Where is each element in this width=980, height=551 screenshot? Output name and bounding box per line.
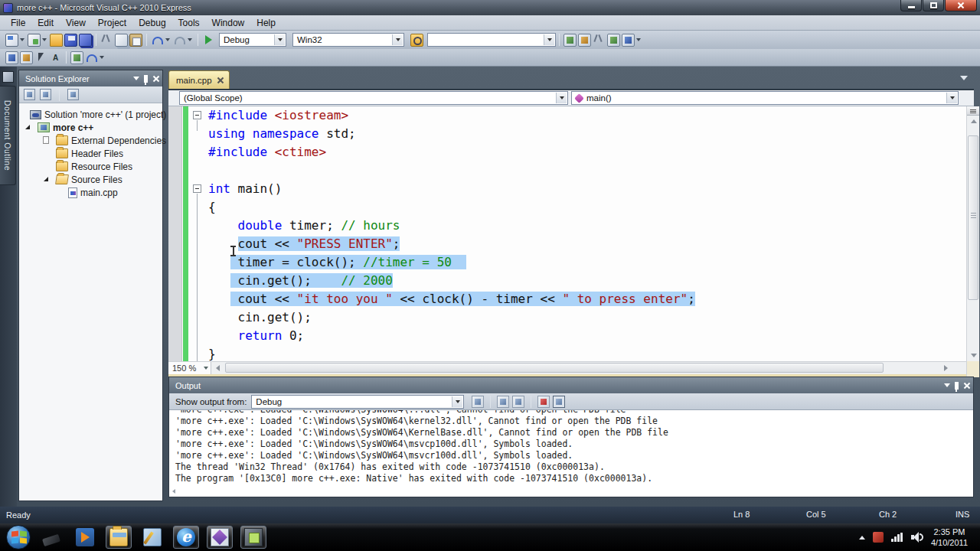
window-position-icon[interactable]	[944, 383, 950, 387]
menu-tools[interactable]: Tools	[172, 16, 206, 30]
open-file-icon[interactable]	[50, 34, 63, 47]
close-icon[interactable]	[152, 75, 159, 82]
pin-icon[interactable]	[955, 382, 959, 390]
network-icon[interactable]	[891, 533, 903, 542]
fold-collapse-icon[interactable]	[193, 184, 201, 193]
properties-icon[interactable]	[24, 89, 35, 100]
start-button[interactable]	[6, 525, 31, 549]
tree-item-source-files[interactable]: Source Files	[19, 173, 162, 186]
show-all-files-icon[interactable]	[40, 89, 51, 100]
close-button[interactable]	[945, 0, 977, 11]
output-header[interactable]: Output	[169, 377, 973, 393]
tray-recording-icon[interactable]	[873, 532, 884, 543]
undo-dropdown-icon[interactable]	[165, 38, 170, 41]
properties-window-icon[interactable]	[622, 34, 635, 47]
menu-view[interactable]: View	[60, 16, 92, 30]
tree-item-more-c[interactable]: more c++	[19, 121, 162, 134]
toggle-word-wrap-icon[interactable]	[553, 396, 565, 408]
solution-configuration-select[interactable]: Debug	[219, 33, 286, 47]
taskbar-app-screen-recorder[interactable]	[240, 526, 266, 549]
goto-next-message-icon[interactable]	[512, 396, 524, 408]
fold-collapse-icon[interactable]	[193, 111, 201, 119]
menu-window[interactable]: Window	[206, 16, 251, 30]
save-icon[interactable]	[64, 34, 77, 47]
chevron-down-icon[interactable]	[556, 93, 567, 103]
tools-icon[interactable]	[593, 34, 606, 47]
toolbar-overflow-icon[interactable]	[636, 38, 641, 41]
taskbar-app-media-player[interactable]	[72, 526, 98, 549]
comment-icon[interactable]	[85, 51, 98, 64]
splitter-handle[interactable]	[967, 106, 979, 116]
taskbar-app-paint[interactable]	[139, 526, 165, 549]
tree-item-header-files[interactable]: Header Files	[19, 147, 162, 160]
scroll-left-icon[interactable]	[216, 365, 220, 371]
taskbar-clock[interactable]: 2:35 PM 4/10/2011	[931, 527, 972, 548]
start-debugging-icon[interactable]	[202, 34, 215, 47]
pin-icon[interactable]	[144, 75, 148, 83]
menu-help[interactable]: Help	[250, 16, 282, 30]
add-item-dropdown-icon[interactable]	[42, 38, 47, 41]
collapse-icon[interactable]	[44, 177, 48, 181]
scroll-right-icon[interactable]	[944, 365, 948, 371]
document-outline-icon[interactable]	[2, 71, 14, 83]
member-list-icon[interactable]	[20, 51, 33, 64]
scrollbar-thumb[interactable]	[225, 363, 884, 373]
output-source-select[interactable]: Debug	[251, 395, 464, 409]
taskbar-app-windows-explorer[interactable]	[106, 526, 132, 549]
undo-icon[interactable]	[151, 34, 164, 47]
navigate-icon[interactable]	[578, 34, 591, 47]
find-symbol-icon[interactable]	[564, 34, 577, 47]
clear-all-icon[interactable]	[537, 396, 550, 408]
new-project-dropdown-icon[interactable]	[20, 38, 24, 41]
chevron-down-icon[interactable]	[946, 93, 957, 103]
taskbar-app-internet-explorer[interactable]	[173, 526, 199, 549]
new-project-icon[interactable]	[5, 34, 18, 47]
fold-gutter[interactable]	[188, 106, 208, 361]
editor-vertical-scrollbar[interactable]	[966, 106, 979, 361]
chevron-down-icon[interactable]	[274, 34, 285, 45]
expand-icon[interactable]	[44, 137, 48, 143]
taskbar-app-visual-studio[interactable]	[207, 526, 233, 549]
copy-icon[interactable]	[115, 34, 128, 47]
collapse-icon[interactable]	[25, 125, 30, 129]
output-console[interactable]: 'more c++.exe': Loaded 'C:\Windows\SysWO…	[169, 410, 973, 497]
find-in-files-icon[interactable]	[410, 34, 423, 47]
chevron-down-icon[interactable]	[452, 396, 462, 407]
cut-icon[interactable]	[100, 34, 113, 47]
show-hidden-icons-icon[interactable]	[859, 536, 865, 540]
redo-dropdown-icon[interactable]	[188, 38, 192, 41]
breakpoint-margin[interactable]	[168, 106, 182, 361]
solution-platform-select[interactable]: Win32	[292, 33, 404, 47]
scroll-up-icon[interactable]	[967, 116, 979, 126]
find-combo-input[interactable]	[427, 33, 556, 47]
tree-item-external-dependencies[interactable]: External Dependencies	[19, 134, 162, 147]
maximize-button[interactable]	[923, 0, 944, 11]
scope-dropdown[interactable]: (Global Scope)	[179, 91, 568, 105]
menu-debug[interactable]: Debug	[132, 16, 172, 30]
tree-item-main-cpp[interactable]: main.cpp	[19, 186, 162, 199]
tree-item-resource-files[interactable]: Resource Files	[19, 160, 162, 173]
tab-main-cpp[interactable]: main.cpp	[168, 70, 230, 89]
paste-icon[interactable]	[129, 34, 142, 47]
document-outline-tab[interactable]: Document Outline	[0, 86, 16, 185]
menu-file[interactable]: File	[5, 16, 31, 30]
pointer-icon[interactable]	[34, 51, 47, 64]
document-list-icon[interactable]	[960, 76, 968, 80]
menu-project[interactable]: Project	[92, 16, 132, 30]
tree-item-solution-more-c-1-project[interactable]: Solution 'more c++' (1 project)	[19, 108, 162, 121]
menu-edit[interactable]: Edit	[31, 16, 60, 30]
member-dropdown[interactable]: main()	[571, 91, 959, 105]
word-info-icon[interactable]: A	[49, 51, 62, 64]
save-all-icon[interactable]	[79, 34, 92, 47]
editor-horizontal-scrollbar[interactable]	[211, 362, 966, 374]
close-icon[interactable]	[963, 382, 970, 389]
scrollbar-thumb[interactable]	[968, 135, 978, 300]
redo-icon[interactable]	[173, 34, 186, 47]
chevron-down-icon[interactable]	[392, 34, 403, 45]
scroll-down-icon[interactable]	[967, 350, 979, 361]
minimize-button[interactable]	[900, 0, 922, 11]
view-code-icon[interactable]	[67, 89, 79, 100]
chevron-down-icon[interactable]	[544, 34, 554, 45]
taskbar-app-recorder[interactable]	[38, 526, 64, 549]
goto-previous-message-icon[interactable]	[497, 396, 509, 408]
